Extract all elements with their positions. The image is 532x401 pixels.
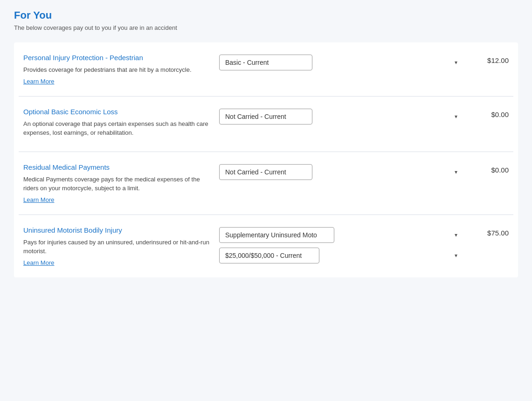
select-wrapper-rmp-select: Not Carried - Current$500$1,000$2,000$5,… (219, 164, 462, 180)
select-wrapper-umbi-type-select: Supplementary Uninsured MotoNot CarriedS… (219, 227, 462, 243)
coverage-price-pip-pedestrian: $12.00 (462, 54, 509, 64)
coverage-price-residual-medical-payments: $0.00 (462, 163, 509, 174)
select-obel-select[interactable]: Not Carried - CurrentBasicStandardEnhanc… (219, 109, 312, 124)
coverage-row: Uninsured Motorist Bodily InjuryPays for… (19, 215, 513, 277)
learn-more-link-pip-pedestrian[interactable]: Learn More (23, 78, 54, 85)
coverage-controls-optional-basic-economic-loss: Not Carried - CurrentBasicStandardEnhanc… (219, 108, 462, 124)
coverage-name-residual-medical-payments[interactable]: Residual Medical Payments (23, 163, 210, 171)
page-title: For You (14, 9, 518, 21)
coverage-section: Personal Injury Protection - PedestrianP… (14, 42, 518, 277)
chevron-down-icon: ▾ (455, 113, 457, 120)
learn-more-link-residual-medical-payments[interactable]: Learn More (23, 196, 54, 203)
select-pip-select[interactable]: Basic - CurrentNot CarriedStandardEnhanc… (219, 55, 312, 70)
coverage-info-optional-basic-economic-loss: Optional Basic Economic LossAn optional … (23, 108, 219, 140)
chevron-down-icon: ▾ (455, 232, 457, 238)
coverage-desc-uninsured-motorist-bodily-injury: Pays for injuries caused by an uninsured… (23, 238, 210, 256)
coverage-controls-residual-medical-payments: Not Carried - Current$500$1,000$2,000$5,… (219, 163, 462, 180)
select-wrapper-umbi-limit-select: $25,000/$50,000 - Current$50,000/$100,00… (219, 248, 462, 263)
learn-more-link-uninsured-motorist-bodily-injury[interactable]: Learn More (23, 259, 54, 266)
coverage-price-optional-basic-economic-loss: $0.00 (462, 108, 509, 118)
chevron-down-icon: ▾ (455, 252, 457, 259)
select-wrapper-pip-select: Basic - CurrentNot CarriedStandardEnhanc… (219, 55, 462, 70)
coverage-row: Residual Medical PaymentsMedical Payment… (19, 152, 513, 215)
select-umbi-type-select[interactable]: Supplementary Uninsured MotoNot CarriedS… (219, 227, 334, 243)
coverage-info-residual-medical-payments: Residual Medical PaymentsMedical Payment… (23, 163, 219, 203)
select-wrapper-obel-select: Not Carried - CurrentBasicStandardEnhanc… (219, 109, 462, 124)
coverage-name-uninsured-motorist-bodily-injury[interactable]: Uninsured Motorist Bodily Injury (23, 226, 210, 234)
coverage-name-optional-basic-economic-loss[interactable]: Optional Basic Economic Loss (23, 108, 210, 116)
coverage-desc-optional-basic-economic-loss: An optional coverage that pays certain e… (23, 119, 210, 138)
coverage-name-pip-pedestrian[interactable]: Personal Injury Protection - Pedestrian (23, 54, 210, 62)
coverage-controls-uninsured-motorist-bodily-injury: Supplementary Uninsured MotoNot CarriedS… (219, 226, 462, 263)
coverage-row: Personal Injury Protection - PedestrianP… (19, 42, 513, 97)
coverage-row: Optional Basic Economic LossAn optional … (19, 97, 513, 152)
coverage-info-pip-pedestrian: Personal Injury Protection - PedestrianP… (23, 54, 219, 85)
select-rmp-select[interactable]: Not Carried - Current$500$1,000$2,000$5,… (219, 164, 312, 180)
chevron-down-icon: ▾ (455, 169, 457, 175)
page-subtitle: The below coverages pay out to you if yo… (14, 24, 518, 31)
coverage-controls-pip-pedestrian: Basic - CurrentNot CarriedStandardEnhanc… (219, 54, 462, 70)
coverage-desc-pip-pedestrian: Provides coverage for pedestrians that a… (23, 65, 210, 75)
coverage-info-uninsured-motorist-bodily-injury: Uninsured Motorist Bodily InjuryPays for… (23, 226, 219, 266)
coverage-desc-residual-medical-payments: Medical Payments coverage pays for the m… (23, 175, 210, 193)
chevron-down-icon: ▾ (455, 59, 457, 66)
coverage-price-uninsured-motorist-bodily-injury: $75.00 (462, 226, 509, 237)
select-umbi-limit-select[interactable]: $25,000/$50,000 - Current$50,000/$100,00… (219, 248, 319, 263)
